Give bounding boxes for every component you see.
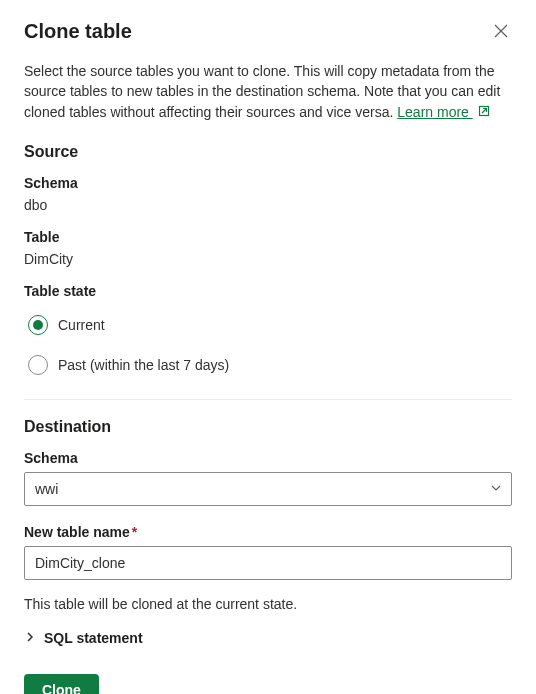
source-table-value: DimCity <box>24 251 512 267</box>
sql-statement-label: SQL statement <box>44 630 143 646</box>
required-asterisk: * <box>132 524 137 540</box>
close-button[interactable] <box>490 20 512 45</box>
radio-current[interactable]: Current <box>24 309 512 341</box>
table-state-radio-group: Current Past (within the last 7 days) <box>24 309 512 381</box>
destination-section-title: Destination <box>24 418 512 436</box>
source-section-title: Source <box>24 143 512 161</box>
dest-schema-label: Schema <box>24 450 512 466</box>
section-divider <box>24 399 512 400</box>
clone-button[interactable]: Clone <box>24 674 99 694</box>
dest-schema-select[interactable] <box>24 472 512 506</box>
dialog-description: Select the source tables you want to clo… <box>24 61 512 123</box>
radio-icon-unselected <box>28 355 48 375</box>
radio-icon-selected <box>28 315 48 335</box>
clone-info-text: This table will be cloned at the current… <box>24 596 512 612</box>
radio-past[interactable]: Past (within the last 7 days) <box>24 349 512 381</box>
source-table-label: Table <box>24 229 512 245</box>
new-table-name-input[interactable] <box>24 546 512 580</box>
radio-current-label: Current <box>58 317 105 333</box>
new-table-name-label: New table name* <box>24 524 512 540</box>
learn-more-link[interactable]: Learn more <box>397 104 472 120</box>
table-state-label: Table state <box>24 283 512 299</box>
chevron-right-icon <box>24 630 36 646</box>
sql-statement-expander[interactable]: SQL statement <box>24 630 512 646</box>
dialog-title: Clone table <box>24 20 132 43</box>
radio-past-label: Past (within the last 7 days) <box>58 357 229 373</box>
source-schema-label: Schema <box>24 175 512 191</box>
close-icon <box>494 24 508 41</box>
external-link-icon <box>477 103 491 123</box>
source-schema-value: dbo <box>24 197 512 213</box>
